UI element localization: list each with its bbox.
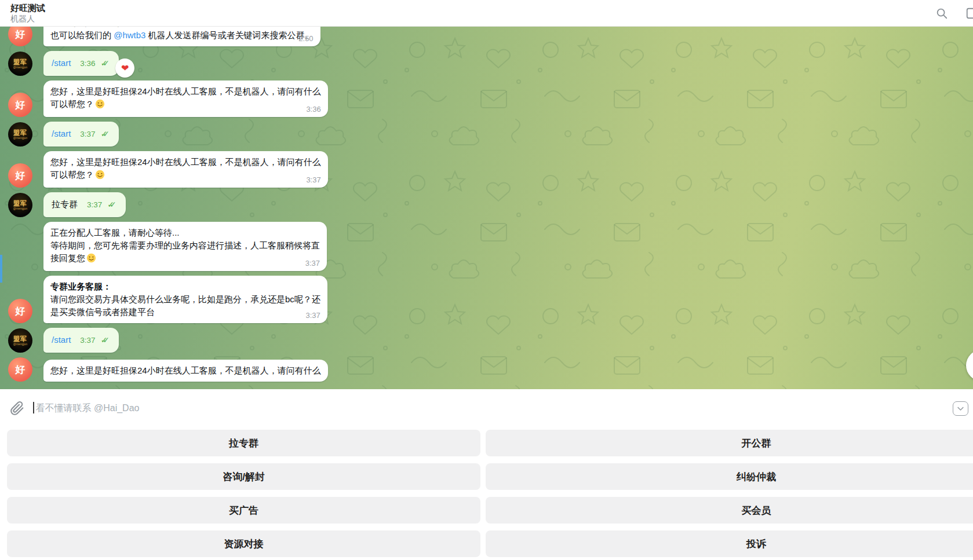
avatar-support-label: 好 [16,28,25,41]
avatar-column: 好 [8,93,32,117]
input-placeholder: 看不懂请联系 @Hai_Dao [36,403,140,413]
chat-title: 好旺测试 [10,3,45,13]
message-text: /start [52,127,71,140]
message-link[interactable]: /start [52,335,71,345]
read-checkmarks-icon: ✓✓ [101,334,110,346]
bubble-wrap: /start3:36✓✓❤ [43,51,134,76]
avatar-support[interactable]: 好 [8,27,32,46]
chat-background: 好上面的就是公群的，也可以给我们的 @hwtb3 机器人发送群编号或者关键词来搜… [0,27,973,389]
message-text-segment: 机器人发送群编号或者关键词来搜索公群。 [145,30,313,40]
avatar-support[interactable]: 好 [8,93,32,117]
message-row: 好您好，这里是好旺担保24小时在线人工客服，不是机器人，请问有什么可以帮您？3:… [8,151,973,188]
sidebar-toggle-icon[interactable] [965,6,973,20]
message-link[interactable]: @hwtb3 [114,30,145,40]
message-link[interactable]: /start [52,58,71,68]
message-text-segment: 是买卖微信号或者搭建平台 [50,307,155,317]
message-list: 好上面的就是公群的，也可以给我们的 @hwtb3 机器人发送群编号或者关键词来搜… [0,27,973,382]
message-bubble[interactable]: 正在分配人工客服，请耐心等待...等待期间，您可先将需要办理的业务内容进行描述，… [43,222,327,271]
bubble-wrap: 您好，这里是好旺担保24小时在线人工客服，不是机器人，请问有什么 [43,360,328,382]
keyboard-button-1[interactable]: 拉专群 [7,430,480,456]
message-text: 您好，这里是好旺担保24小时在线人工客服，不是机器人，请问有什么可以帮您？ [50,86,321,109]
message-text-segment: 您好，这里是好旺担保24小时在线人工客服，不是机器人，请问有什么 [50,86,321,96]
message-row: 好专群业务客服：请问您跟交易方具体交易什么业务呢，比如是跑分，承兑还是bc呢？还… [8,276,973,323]
message-text-segment: 上面的就是公群的， [50,27,129,27]
message-bubble[interactable]: /start3:37✓✓ [43,328,119,353]
message-text-segment: 等待期间，您可先将需要办理的业务内容进行描述，人工客服稍候将直 [50,240,320,250]
bot-keyboard: 拉专群开公群咨询/解封纠纷仲裁买广告买会员资源对接投诉 [0,427,973,560]
left-scrollbar-thumb[interactable] [0,255,2,283]
message-time: 3:37 [80,334,95,347]
message-text-segment: 接回复您 [50,253,85,263]
message-time: 3:36 [80,57,95,70]
avatar-column: 盟军@mengjun [8,193,32,217]
message-bubble[interactable]: 您好，这里是好旺担保24小时在线人工客服，不是机器人，请问有什么可以帮您？3:3… [43,151,328,188]
message-row: 盟军@mengjun/start3:37✓✓ [8,122,973,147]
bubble-wrap: 您好，这里是好旺担保24小时在线人工客服，不是机器人，请问有什么可以帮您？3:3… [43,151,328,188]
message-text: 您好，这里是好旺担保24小时在线人工客服，不是机器人，请问有什么可以帮您？ [50,157,321,180]
avatar-support-label: 好 [16,169,25,182]
message-bubble[interactable]: 拉专群3:37✓✓ [43,192,126,217]
bot-keyboard-toggle-icon[interactable] [953,401,968,416]
avatar-support[interactable]: 好 [8,163,32,188]
message-bubble[interactable]: 您好，这里是好旺担保24小时在线人工客服，不是机器人，请问有什么可以帮您？3:3… [43,80,328,117]
message-bubble[interactable]: 您好，这里是好旺担保24小时在线人工客服，不是机器人，请问有什么 [43,360,328,382]
avatar-column: 盟军@mengjun [8,52,32,76]
read-checkmarks-icon: ✓✓ [101,127,110,140]
message-text-segment: 也可以给我们的 [50,30,114,40]
avatar-column: 盟军@mengjun [8,328,32,353]
keyboard-button-5[interactable]: 买广告 [7,497,480,524]
message-row: 盟军@mengjun/start3:36✓✓❤ [8,51,973,76]
avatar-user-label: 盟军 [13,335,27,342]
avatar-user-subtext: @mengjun [13,207,27,211]
message-text-segment: 可以帮您？ [50,99,94,109]
heart-reaction[interactable]: ❤ [115,58,134,78]
message-time: 3:37 [306,175,320,184]
message-bubble[interactable]: /start3:36✓✓ [43,51,119,76]
message-bubble[interactable]: /start3:37✓✓ [43,122,119,147]
message-row: 好上面的就是公群的，也可以给我们的 @hwtb3 机器人发送群编号或者关键词来搜… [8,27,973,46]
message-time: 3:37 [80,128,95,141]
bubble-wrap: 上面的就是公群的，也可以给我们的 @hwtb3 机器人发送群编号或者关键词来搜索… [43,27,320,46]
message-text-segment: 您好，这里是好旺担保24小时在线人工客服，不是机器人，请问有什么 [50,157,321,167]
message-row: 盟军@mengjun/start3:37✓✓ [8,328,973,353]
avatar-column: 好 [8,27,32,46]
message-text-segment: 拉专群 [52,199,78,209]
avatar-user-label: 盟军 [13,58,27,65]
message-bubble[interactable]: 上面的就是公群的，也可以给我们的 @hwtb3 机器人发送群编号或者关键词来搜索… [43,27,320,46]
search-icon[interactable] [935,6,949,20]
avatar-support[interactable]: 好 [8,299,32,323]
avatar-user[interactable]: 盟军@mengjun [8,122,32,147]
avatar-user-subtext: @mengjun [13,65,27,69]
message-text: /start [52,57,71,69]
message-input[interactable]: 看不懂请联系 @Hai_Dao [33,401,953,415]
keyboard-button-4[interactable]: 纠纷仲裁 [486,463,973,490]
message-time: 2:50 [298,34,313,43]
message-bubble[interactable]: 专群业务客服：请问您跟交易方具体交易什么业务呢，比如是跑分，承兑还是bc呢？还是… [43,276,327,323]
message-text: 您好，这里是好旺担保24小时在线人工客服，不是机器人，请问有什么 [50,365,321,375]
avatar-user[interactable]: 盟军@mengjun [8,328,32,353]
avatar-support[interactable]: 好 [8,357,32,382]
message-row: 盟军@mengjun拉专群3:37✓✓ [8,192,973,217]
message-row: 好您好，这里是好旺担保24小时在线人工客服，不是机器人，请问有什么可以帮您？3:… [8,80,973,117]
peer-info[interactable]: 好旺测试 机器人 [0,3,45,24]
message-text: 正在分配人工客服，请耐心等待...等待期间，您可先将需要办理的业务内容进行描述，… [50,228,320,263]
message-link[interactable]: /start [52,129,71,138]
chat-header[interactable]: 好旺测试 机器人 [0,0,973,27]
avatar-support-label: 好 [16,98,25,112]
read-checkmarks-icon: ✓✓ [101,57,110,69]
avatar-column: 好 [8,299,32,323]
message-time: 3:37 [305,259,320,268]
message-composer: 看不懂请联系 @Hai_Dao [0,389,973,427]
message-time: 3:37 [306,311,320,320]
keyboard-button-2[interactable]: 开公群 [486,430,973,456]
bubble-wrap: 正在分配人工客服，请耐心等待...等待期间，您可先将需要办理的业务内容进行描述，… [43,222,327,271]
keyboard-button-6[interactable]: 买会员 [486,497,973,524]
avatar-column: 好 [8,357,32,382]
keyboard-button-3[interactable]: 咨询/解封 [7,463,480,490]
avatar-user[interactable]: 盟军@mengjun [8,193,32,217]
keyboard-button-7[interactable]: 资源对接 [7,530,480,557]
attach-paperclip-icon[interactable] [9,400,25,416]
message-text: 上面的就是公群的，也可以给我们的 @hwtb3 机器人发送群编号或者关键词来搜索… [50,27,314,40]
avatar-user[interactable]: 盟军@mengjun [8,52,32,76]
keyboard-button-8[interactable]: 投诉 [486,530,973,557]
